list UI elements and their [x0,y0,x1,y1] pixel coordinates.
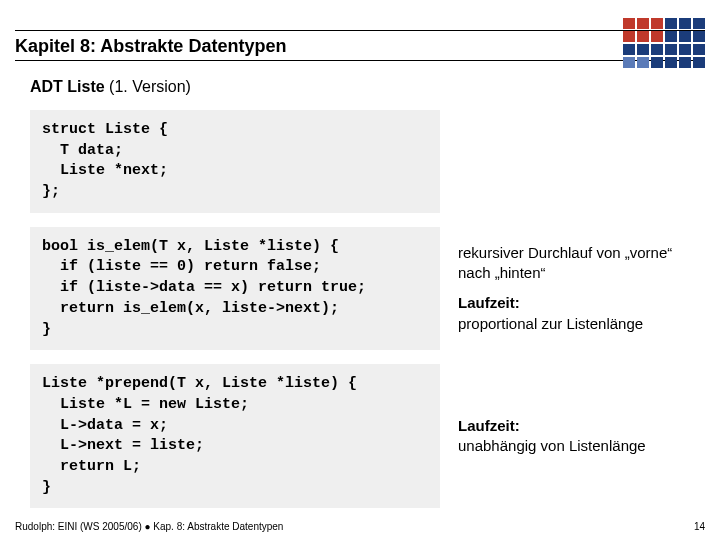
footer-left: Rudolph: EINI (WS 2005/06) ● Kap. 8: Abs… [15,521,283,532]
brand-logo-icon [623,18,705,68]
subtitle-main: ADT Liste [30,78,105,95]
header-rule-top [15,30,705,31]
subtitle-suffix: (1. Version) [105,78,191,95]
code-struct: struct Liste { T data; Liste *next; }; [30,110,440,213]
code-iselem: bool is_elem(T x, Liste *liste) { if (li… [30,227,440,350]
content-area: struct Liste { T data; Liste *next; }; b… [30,110,690,522]
header-rule-bottom [15,60,705,61]
slide-subtitle: ADT Liste (1. Version) [30,78,191,96]
chapter-title: Kapitel 8: Abstrakte Datentypen [15,36,286,57]
note-iselem: rekursiver Durchlauf von „vorne“ nach „h… [458,243,690,334]
note-prepend: Laufzeit: unabhängig von Listenlänge [458,416,690,457]
row-struct: struct Liste { T data; Liste *next; }; [30,110,690,213]
note-iselem-desc: rekursiver Durchlauf von „vorne“ nach „h… [458,243,690,284]
footer: Rudolph: EINI (WS 2005/06) ● Kap. 8: Abs… [15,521,705,532]
note-iselem-runtime-text: proportional zur Listenlänge [458,314,690,334]
page-number: 14 [694,521,705,532]
note-prepend-runtime-label: Laufzeit: [458,417,520,434]
row-prepend: Liste *prepend(T x, Liste *liste) { List… [30,364,690,508]
note-iselem-runtime-label: Laufzeit: [458,294,520,311]
row-iselem: bool is_elem(T x, Liste *liste) { if (li… [30,227,690,350]
code-prepend: Liste *prepend(T x, Liste *liste) { List… [30,364,440,508]
note-prepend-runtime-text: unabhängig von Listenlänge [458,436,690,456]
